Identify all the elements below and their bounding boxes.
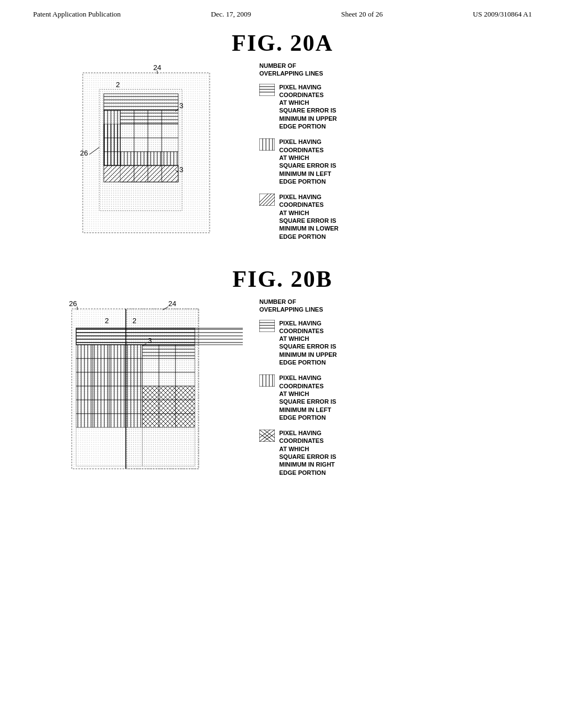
- svg-rect-89: [109, 372, 126, 386]
- fig-20a-diagram: 24 2: [66, 62, 532, 249]
- svg-rect-30: [148, 152, 162, 165]
- legend-20b-title: NUMBER OFOVERLAPPING LINES: [259, 298, 337, 314]
- svg-text:2: 2: [116, 81, 120, 89]
- svg-rect-107: [175, 400, 195, 414]
- figure-20a: FIG. 20A: [33, 30, 532, 249]
- legend-20a-text-2: PIXEL HAVINGCOORDINATESAT WHICHSQUARE ER…: [279, 138, 336, 185]
- legend-20a-item-2: PIXEL HAVINGCOORDINATESAT WHICHSQUARE ER…: [259, 138, 339, 185]
- svg-rect-111: [126, 414, 142, 427]
- svg-rect-83: [126, 358, 142, 372]
- svg-text:24: 24: [153, 63, 161, 72]
- fig-20b-title: FIG. 20B: [33, 266, 532, 292]
- svg-rect-90: [126, 372, 142, 386]
- legend-20b-vlines-icon: [259, 374, 275, 387]
- svg-text:2: 2: [132, 317, 136, 325]
- svg-rect-80: [76, 358, 93, 372]
- header-left: Patent Application Publication: [33, 10, 121, 19]
- header-date: Dec. 17, 2009: [211, 10, 251, 19]
- svg-rect-19: [162, 110, 178, 124]
- svg-rect-76: [126, 345, 142, 358]
- svg-rect-28: [120, 152, 134, 165]
- svg-rect-105: [142, 400, 159, 414]
- svg-rect-35: [162, 165, 178, 182]
- fig-20b-diagram: 26 24 2 2: [66, 298, 532, 485]
- svg-rect-36: [104, 152, 120, 165]
- svg-rect-33: [134, 165, 148, 182]
- fig-20a-title: FIG. 20A: [33, 30, 532, 56]
- svg-rect-87: [76, 372, 93, 386]
- page-header: Patent Application Publication Dec. 17, …: [0, 0, 565, 19]
- svg-line-56: [263, 194, 275, 206]
- fig-20a-svg: 24 2: [66, 62, 243, 249]
- legend-20a-item-3: PIXEL HAVINGCOORDINATESAT WHICHSQUARE ER…: [259, 193, 339, 240]
- svg-rect-34: [148, 165, 162, 182]
- svg-rect-103: [109, 400, 126, 414]
- svg-rect-38: [104, 124, 120, 138]
- svg-rect-29: [134, 152, 148, 165]
- legend-20b-crosshatch-icon: [259, 430, 275, 442]
- svg-text:26: 26: [80, 149, 88, 157]
- svg-text:26: 26: [69, 299, 77, 308]
- fig-20b-legend: NUMBER OFOVERLAPPING LINES PIXEL HAVINGC…: [259, 298, 337, 484]
- header-patent: US 2009/310864 A1: [473, 10, 532, 19]
- svg-rect-75: [109, 345, 126, 358]
- svg-text:3: 3: [148, 336, 152, 345]
- fig-20a-legend: NUMBER OFOVERLAPPING LINES PIXEL HAVINGC…: [259, 62, 339, 248]
- svg-rect-94: [76, 386, 93, 400]
- svg-rect-101: [76, 400, 93, 414]
- svg-rect-100: [175, 386, 195, 400]
- svg-rect-108: [76, 414, 93, 427]
- svg-rect-96: [109, 386, 126, 400]
- legend-20b-text-2: PIXEL HAVINGCOORDINATESAT WHICHSQUARE ER…: [279, 374, 336, 421]
- svg-rect-88: [93, 372, 109, 386]
- svg-rect-82: [109, 358, 126, 372]
- legend-20b-item-1: PIXEL HAVINGCOORDINATESAT WHICHSQUARE ER…: [259, 319, 337, 367]
- svg-rect-18: [148, 110, 162, 124]
- svg-rect-109: [93, 414, 109, 427]
- svg-rect-98: [142, 386, 159, 400]
- legend-20a-item-1: PIXEL HAVINGCOORDINATESAT WHICHSQUARE ER…: [259, 83, 339, 131]
- svg-rect-113: [159, 414, 175, 427]
- horizontal-lines-icon: [259, 84, 275, 96]
- svg-line-59: [269, 200, 275, 206]
- vertical-lines-icon: [259, 138, 275, 151]
- diagonal-lines-icon: [259, 194, 275, 206]
- svg-line-55: [259, 194, 271, 206]
- svg-rect-78: [159, 345, 175, 358]
- legend-20a-text-1: PIXEL HAVINGCOORDINATESAT WHICHSQUARE ER…: [279, 83, 337, 131]
- svg-rect-114: [175, 414, 195, 427]
- legend-20b-text-3: PIXEL HAVINGCOORDINATESAT WHICHSQUARE ER…: [279, 429, 336, 477]
- svg-rect-74: [93, 345, 109, 358]
- legend-20a-text-3: PIXEL HAVINGCOORDINATESAT WHICHSQUARE ER…: [279, 193, 339, 240]
- svg-rect-32: [120, 165, 134, 182]
- svg-rect-79: [175, 345, 195, 358]
- svg-text:3: 3: [179, 101, 183, 110]
- fig-20b-svg: 26 24 2 2: [66, 298, 243, 485]
- legend-20a-title: NUMBER OFOVERLAPPING LINES: [259, 62, 339, 78]
- svg-rect-77: [142, 345, 159, 358]
- svg-rect-13: [104, 94, 178, 110]
- svg-rect-17: [134, 110, 148, 124]
- svg-rect-54: [259, 194, 275, 206]
- svg-rect-106: [159, 400, 175, 414]
- svg-text:2: 2: [105, 317, 109, 325]
- svg-rect-97: [126, 386, 142, 400]
- header-sheet: Sheet 20 of 26: [341, 10, 382, 19]
- svg-rect-16: [120, 110, 134, 124]
- svg-line-57: [259, 194, 268, 206]
- svg-rect-81: [93, 358, 109, 372]
- figure-20b: FIG. 20B 26: [33, 266, 532, 485]
- legend-20b-item-2: PIXEL HAVINGCOORDINATESAT WHICHSQUARE ER…: [259, 374, 337, 421]
- svg-rect-95: [93, 386, 109, 400]
- legend-20b-text-1: PIXEL HAVINGCOORDINATESAT WHICHSQUARE ER…: [279, 319, 337, 367]
- svg-rect-45: [259, 84, 275, 96]
- svg-rect-72: [76, 328, 195, 345]
- svg-rect-112: [142, 414, 159, 427]
- legend-20b-item-3: PIXEL HAVINGCOORDINATESAT WHICHSQUARE ER…: [259, 429, 337, 477]
- svg-rect-99: [159, 386, 175, 400]
- svg-rect-37: [104, 138, 120, 152]
- svg-rect-102: [93, 400, 109, 414]
- svg-rect-31: [162, 152, 178, 165]
- svg-text:24: 24: [168, 299, 176, 308]
- legend-20b-hlines-icon: [259, 320, 275, 332]
